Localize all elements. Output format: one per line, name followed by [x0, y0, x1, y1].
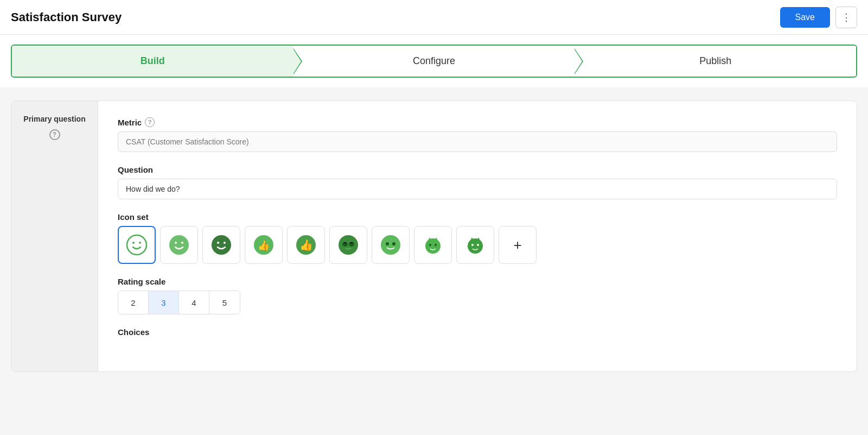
rating-item-5[interactable]: 5: [209, 291, 240, 314]
svg-point-3: [169, 235, 189, 255]
svg-point-21: [425, 238, 441, 254]
svg-point-5: [181, 242, 183, 244]
question-label: Question: [118, 165, 837, 174]
metric-help-icon[interactable]: ?: [145, 117, 155, 127]
svg-point-18: [381, 235, 400, 255]
icon-item-add[interactable]: +: [499, 226, 537, 264]
metric-label: Metric ?: [118, 117, 837, 127]
icon-item-smiley-dark[interactable]: [202, 226, 240, 264]
icon-set-label: Icon set: [118, 212, 837, 222]
svg-point-13: [339, 235, 358, 255]
question-group: Question: [118, 165, 837, 199]
icon-item-thumbs-medium[interactable]: 👍: [287, 226, 325, 264]
choices-label: Choices: [118, 327, 837, 337]
choices-group: Choices: [118, 327, 837, 337]
step-build-label: Build: [141, 55, 165, 67]
svg-text:👍: 👍: [299, 238, 313, 251]
icon-item-cat-2[interactable]: [456, 226, 494, 264]
steps-nav: Build Configure Publish: [11, 45, 857, 78]
icon-item-monster-sunglasses[interactable]: [329, 226, 367, 264]
svg-point-19: [386, 242, 389, 245]
rating-scale-label: Rating scale: [118, 277, 837, 286]
svg-point-26: [468, 238, 483, 254]
rating-item-4[interactable]: 4: [179, 291, 209, 314]
svg-point-8: [224, 242, 226, 244]
sidebar: Primary question ?: [11, 101, 98, 371]
svg-point-1: [132, 242, 135, 244]
header: Satisfaction Survey Save ⋮: [0, 0, 868, 35]
sidebar-primary-question-label: Primary question: [23, 114, 85, 125]
main-content: Primary question ? Metric ? Question: [0, 87, 868, 385]
rating-item-2[interactable]: 2: [118, 291, 149, 314]
step-build[interactable]: Build: [12, 46, 293, 77]
icon-item-monster-cool[interactable]: [372, 226, 410, 264]
rating-item-3[interactable]: 3: [149, 291, 179, 314]
svg-rect-16: [343, 242, 347, 243]
svg-point-25: [435, 244, 437, 246]
svg-point-0: [127, 235, 146, 255]
icon-set-grid: 👍👍+: [118, 226, 837, 264]
svg-point-2: [139, 242, 141, 244]
icon-set-group: Icon set 👍👍+: [118, 212, 837, 264]
icon-item-thumbs-small[interactable]: 👍: [245, 226, 283, 264]
metric-input[interactable]: [118, 131, 837, 152]
svg-point-29: [471, 244, 474, 246]
svg-point-24: [429, 244, 431, 246]
icon-item-cat-1[interactable]: [414, 226, 452, 264]
metric-group: Metric ?: [118, 117, 837, 152]
page-title: Satisfaction Survey: [11, 10, 122, 24]
sidebar-help-icon[interactable]: ?: [49, 129, 60, 140]
svg-point-20: [392, 242, 395, 245]
step-publish-label: Publish: [699, 55, 731, 67]
svg-text:👍: 👍: [258, 239, 270, 251]
svg-point-6: [212, 235, 231, 255]
icon-item-smiley-outline[interactable]: [118, 226, 156, 264]
form-area: Metric ? Question Icon set 👍👍+: [98, 101, 857, 371]
icon-item-smiley-filled[interactable]: [160, 226, 198, 264]
rating-scale-group: Rating scale 2345: [118, 277, 837, 314]
content-card: Primary question ? Metric ? Question: [11, 100, 857, 372]
step-configure-label: Configure: [413, 55, 455, 67]
step-configure[interactable]: Configure: [293, 46, 575, 77]
more-options-button[interactable]: ⋮: [835, 7, 857, 28]
steps-container: Build Configure Publish: [0, 35, 868, 87]
svg-point-4: [175, 242, 177, 244]
svg-point-7: [217, 242, 219, 244]
header-actions: Save ⋮: [780, 7, 857, 28]
svg-rect-17: [350, 242, 353, 243]
question-input[interactable]: [118, 179, 837, 199]
save-button[interactable]: Save: [780, 7, 830, 28]
more-icon: ⋮: [841, 11, 851, 23]
step-publish[interactable]: Publish: [575, 46, 856, 77]
svg-point-30: [477, 244, 479, 246]
rating-scale: 2345: [118, 291, 240, 314]
